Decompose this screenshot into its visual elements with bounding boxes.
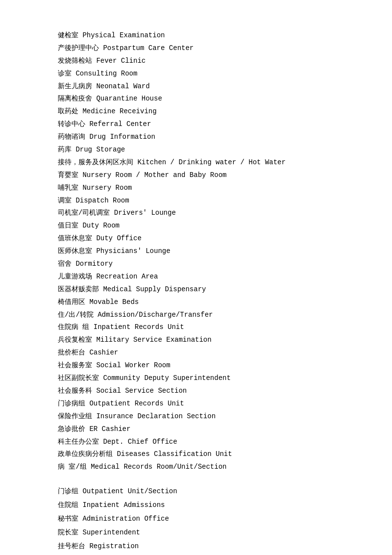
list-item: 住院病 组 Inpatient Records Unit [58,321,343,334]
section-item: 感染控制委员会 Infection Control Commission [58,553,343,555]
list-item: 门诊病组 Outpatient Records Unit [58,398,343,410]
list-item: 发烧筛检站 Fever Clinic [58,55,343,68]
list-item: 健检室 Physical Examination [58,29,343,42]
list-item: 育婴室 Nursery Room / Mother and Baby Room [58,169,343,182]
list-item: 儿童游戏场 Recreation Area [58,271,343,283]
section-item: 门诊组 Outpatient Unit/Section [58,484,343,498]
list-item: 政单位疾病分析组 Diseases Classification Unit [58,448,343,461]
list-item: 宿舍 Dormitory [58,258,343,271]
list-item: 住/出/转院 Admission/Discharge/Transfer [58,309,343,322]
list-item: 椅借用区 Movable Beds [58,296,343,309]
list-item: 新生儿病房 Neonatal Ward [58,80,343,93]
list-item: 产後护理中心 Postpartum Care Center [58,42,343,55]
list-item: 值班休息室 Duty Office [58,232,343,245]
list-item: 病 室/组 Medical Records Room/Unit/Section [58,461,343,474]
list-item: 科主任办公室 Dept. Chief Office [58,436,343,449]
main-list: 健检室 Physical Examination产後护理中心 Postpartu… [58,29,343,474]
section-item: 秘书室 Administration Office [58,512,343,526]
list-item: 调室 Dispatch Room [58,195,343,207]
section-list: 门诊组 Outpatient Unit/Section住院组 Inpatient… [58,484,343,555]
list-item: 社会服务室 Social Worker Room [58,359,343,372]
list-item: 诊室 Consulting Room [58,68,343,80]
list-item: 社区副院长室 Community Deputy Superintendent [58,372,343,385]
section-item: 挂号柜台 Registration [58,539,343,553]
list-item: 接待，服务及休闲区水间 Kitchen / Drinking water / H… [58,156,343,169]
list-item: 药物谘询 Drug Information [58,131,343,144]
list-item: 批价柜台 Cashier [58,347,343,359]
list-item: 哺乳室 Nursery Room [58,182,343,195]
section-item: 住院组 Inpatient Admissions [58,498,343,512]
list-item: 医师休息室 Physicians' Lounge [58,245,343,258]
spacer [58,474,343,482]
list-item: 药库 Drug Storage [58,144,343,156]
section-item: 院长室 Superintendent [58,526,343,539]
list-item: 隔离检疫舍 Quarantine House [58,93,343,105]
list-item: 急诊批价 ER Cashier [58,423,343,436]
list-item: 社会服务科 Social Service Section [58,385,343,398]
list-item: 保险作业组 Insurance Declaration Section [58,410,343,423]
list-item: 值日室 Duty Room [58,220,343,232]
list-item: 医器材贩卖部 Medical Supply Dispensary [58,283,343,296]
list-item: 取药处 Medicine Receiving [58,105,343,118]
list-item: 兵役复检室 Military Service Examination [58,334,343,347]
list-item: 转诊中心 Referral Center [58,118,343,131]
list-item: 司机室/司机调室 Drivers' Lounge [58,207,343,220]
